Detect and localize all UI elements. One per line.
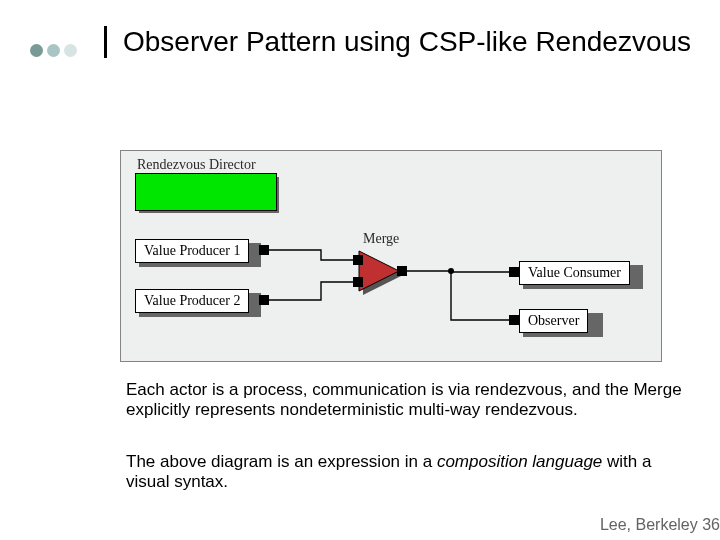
svg-rect-3 [397, 266, 407, 276]
svg-point-4 [448, 268, 454, 274]
bullet-dot [64, 44, 77, 57]
diagram-canvas: Rendezvous Director Value Producer 1 Val… [120, 150, 662, 362]
svg-rect-1 [353, 255, 363, 265]
title-bullets [30, 44, 77, 57]
diagram-wires [121, 151, 661, 361]
bullet-dot [30, 44, 43, 57]
paragraph-2-em: composition language [437, 452, 602, 471]
svg-rect-2 [353, 277, 363, 287]
bullet-dot [47, 44, 60, 57]
paragraph-1: Each actor is a process, communication i… [126, 380, 686, 419]
footer-credit: Lee, Berkeley 36 [600, 516, 720, 534]
paragraph-2: The above diagram is an expression in a … [126, 452, 686, 491]
page-title: Observer Pattern using CSP-like Rendezvo… [123, 26, 720, 58]
slide: Observer Pattern using CSP-like Rendezvo… [0, 0, 720, 540]
title-bar: Observer Pattern using CSP-like Rendezvo… [104, 26, 720, 58]
paragraph-2-prefix: The above diagram is an expression in a [126, 452, 437, 471]
